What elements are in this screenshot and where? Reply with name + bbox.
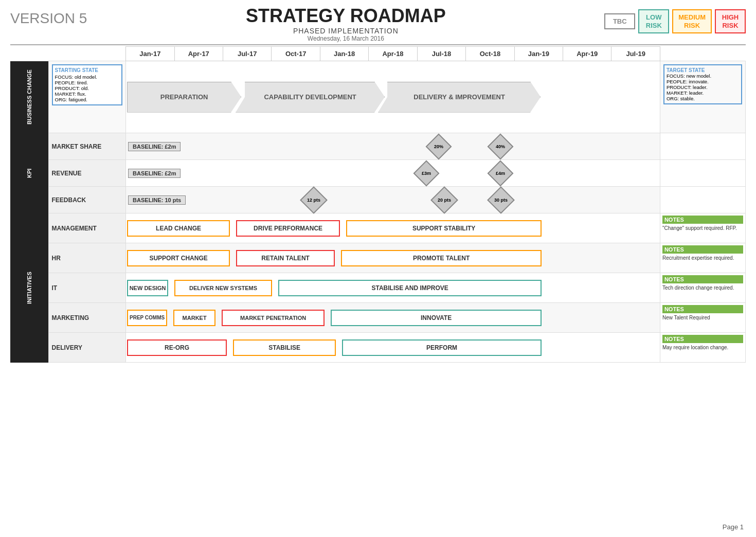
it-notes-content: Tech direction change required. — [662, 284, 743, 291]
delivery-notes-content: May require location change. — [662, 344, 743, 351]
management-notes-title: NOTES — [662, 216, 743, 224]
bar-drive-performance: DRIVE PERFORMANCE — [236, 220, 340, 237]
phase-capability: CAPABILITY DEVELOPMENT — [236, 82, 385, 113]
marketing-row: MARKETING PREP COMMS MARKET MARKET PENET… — [10, 303, 746, 333]
bar-market: MARKET — [173, 310, 215, 326]
bar-re-org: RE-ORG — [127, 339, 227, 356]
header: VERSION 5 STRATEGY ROADMAP PHASED IMPLEM… — [10, 5, 746, 42]
bar-prep-comms: PREP COMMS — [127, 310, 167, 326]
kpi-revenue-row: REVENUE BASELINE: £2m £3m £4m — [10, 160, 746, 187]
management-notes-content: "Change" support required. RFP. — [662, 225, 743, 231]
bar-new-design: NEW DESIGN — [127, 280, 168, 296]
hr-content: SUPPORT CHANGE RETAIN TALENT PROMOTE TAL… — [126, 243, 660, 273]
marketing-label: MARKETING — [48, 303, 126, 333]
it-notes: NOTES Tech direction change required. — [660, 273, 745, 303]
bar-support-change: SUPPORT CHANGE — [127, 250, 230, 266]
col-oct17: Oct-17 — [272, 47, 320, 61]
marketing-notes-content: New Talent Required — [662, 314, 743, 321]
target-state-title: TARGET STATE — [667, 67, 739, 73]
col-jul17: Jul-17 — [223, 47, 271, 61]
revenue-diamond-3m: £3m — [413, 160, 440, 186]
delivery-notes-title: NOTES — [662, 335, 743, 343]
it-label: IT — [48, 273, 126, 303]
bar-retain-talent: RETAIN TALENT — [236, 250, 335, 266]
phase-preparation: PREPARATION — [127, 82, 241, 113]
page-number: Page 1 — [723, 523, 744, 531]
target-line1: FOCUS: new model. — [667, 73, 739, 79]
management-notes: NOTES "Change" support required. RFP. — [660, 213, 745, 243]
feedback-diamond-12: 12 pts — [300, 186, 328, 214]
starting-state-line3: PRODUCT: old. — [55, 85, 120, 91]
feedback-notes — [660, 187, 745, 213]
col-jul18: Jul-18 — [417, 47, 465, 61]
bar-innovate: INNOVATE — [331, 310, 542, 326]
revenue-notes — [660, 160, 745, 187]
target-line4: MARKET: leader. — [667, 90, 739, 96]
risk-badge-low: LOWRISK — [638, 9, 669, 33]
market-share-diamond-20: 20% — [426, 133, 452, 159]
starting-state-title: STARTING STATE — [55, 67, 120, 73]
phase-delivery: DELIVERY & IMPROVEMENT — [378, 82, 541, 113]
kpi-market-share-row: KPI MARKET SHARE BASELINE: £2m 20% 40% — [10, 133, 746, 160]
kpi-section-label: KPI — [10, 133, 48, 213]
col-jan19: Jan-19 — [514, 47, 563, 61]
biz-change-section-label: BUSINESS CHANGE — [10, 61, 48, 133]
col-apr18: Apr-18 — [369, 47, 417, 61]
bar-deliver-new-systems: DELIVER NEW SYSTEMS — [174, 280, 272, 296]
col-apr17: Apr-17 — [174, 47, 223, 61]
management-label: MANAGEMENT — [48, 213, 126, 243]
revenue-baseline: BASELINE: £2m — [128, 169, 181, 178]
col-jan18: Jan-18 — [320, 47, 368, 61]
header-center: STRATEGY ROADMAP PHASED IMPLEMENTATION W… — [87, 5, 604, 42]
bar-stabilise-improve: STABILISE AND IMPROVE — [278, 280, 542, 296]
market-share-diamond-40: 40% — [488, 133, 514, 159]
revenue-content: BASELINE: £2m £3m £4m — [126, 160, 660, 187]
revenue-label: REVENUE — [48, 160, 126, 187]
feedback-diamond-30: 30 pts — [487, 186, 515, 214]
market-share-notes — [660, 133, 745, 160]
main-title: STRATEGY ROADMAP — [87, 5, 604, 27]
risk-badge-high: HIGHRISK — [715, 9, 746, 33]
col-apr19: Apr-19 — [563, 47, 611, 61]
timeline-header-row: Jan-17 Apr-17 Jul-17 Oct-17 Jan-18 Apr-1… — [10, 47, 746, 61]
bar-support-stability: SUPPORT STABILITY — [346, 220, 542, 237]
col-oct18: Oct-18 — [466, 47, 514, 61]
starting-state-cell: STARTING STATE FOCUS: old model. PEOPLE:… — [48, 61, 126, 133]
management-row: INITIATIVES MANAGEMENT LEAD CHANGE DRIVE… — [10, 213, 746, 243]
marketing-notes: NOTES New Talent Required — [660, 303, 745, 333]
feedback-content: BASELINE: 10 pts 12 pts 20 pts 30 pts — [126, 187, 660, 213]
kpi-feedback-row: FEEDBACK BASELINE: 10 pts 12 pts 20 pts … — [10, 187, 746, 213]
feedback-label: FEEDBACK — [48, 187, 126, 213]
delivery-row: DELIVERY RE-ORG STABILISE PERFORM — [10, 333, 746, 363]
hr-row: HR SUPPORT CHANGE RETAIN TALENT PROMOTE … — [10, 243, 746, 273]
starting-state-line2: PEOPLE: tired. — [55, 80, 120, 85]
bar-lead-change: LEAD CHANGE — [127, 220, 230, 237]
target-line2: PEOPLE: innovate. — [667, 79, 739, 84]
bar-stabilise: STABILISE — [233, 339, 336, 356]
revenue-diamond-4m: £4m — [488, 160, 514, 186]
bar-perform: PERFORM — [342, 339, 542, 356]
it-content: NEW DESIGN DELIVER NEW SYSTEMS STABILISE… — [126, 273, 660, 303]
phases-cell: PREPARATION CAPABILITY DEVELOPMENT DELIV… — [126, 61, 660, 133]
marketing-notes-title: NOTES — [662, 305, 743, 313]
hr-label: HR — [48, 243, 126, 273]
hr-notes: NOTES Recruitment expertise required. — [660, 243, 745, 273]
target-line5: ORG: stable. — [667, 96, 739, 101]
col-jan17: Jan-17 — [126, 47, 174, 61]
biz-change-row: BUSINESS CHANGE STARTING STATE FOCUS: ol… — [10, 61, 746, 133]
delivery-content: RE-ORG STABILISE PERFORM — [126, 333, 660, 363]
feedback-diamond-20: 20 pts — [430, 186, 458, 214]
delivery-notes: NOTES May require location change. — [660, 333, 745, 363]
market-share-label: MARKET SHARE — [48, 133, 126, 160]
market-share-baseline: BASELINE: £2m — [128, 142, 181, 151]
it-notes-title: NOTES — [662, 275, 743, 283]
starting-state-line1: FOCUS: old model. — [55, 74, 120, 80]
bar-promote-talent: PROMOTE TALENT — [341, 250, 542, 266]
version-label: VERSION 5 — [10, 5, 87, 27]
main-table: Jan-17 Apr-17 Jul-17 Oct-17 Jan-18 Apr-1… — [10, 46, 746, 363]
hr-notes-content: Recruitment expertise required. — [662, 255, 743, 261]
hr-notes-title: NOTES — [662, 245, 743, 254]
feedback-baseline: BASELINE: 10 pts — [128, 195, 186, 205]
initiatives-section-label: INITIATIVES — [10, 213, 48, 363]
page-wrapper: VERSION 5 STRATEGY ROADMAP PHASED IMPLEM… — [0, 0, 756, 537]
